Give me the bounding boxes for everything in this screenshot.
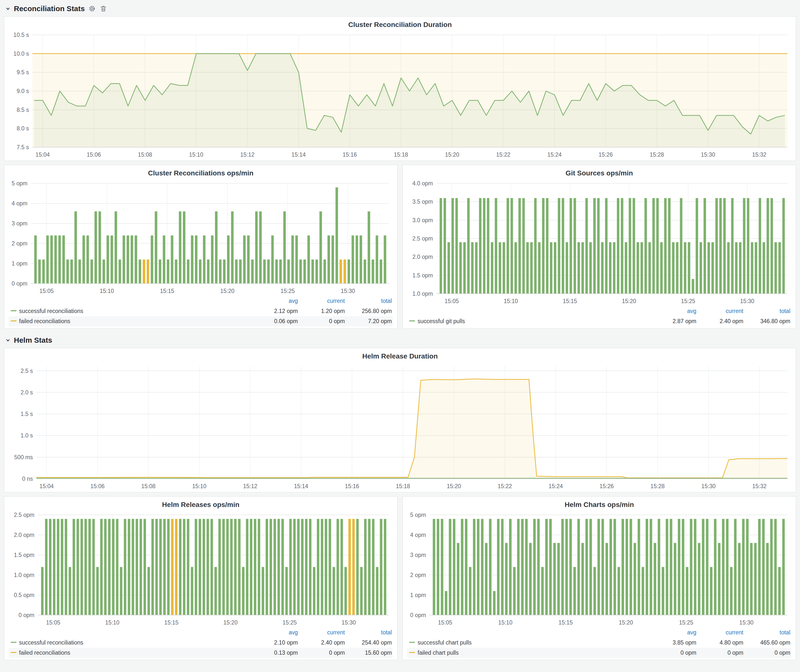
legend-row-successful-chart-pulls: successful chart pulls 3.85 opm 4.80 opm… [407, 638, 791, 648]
svg-text:0 opm: 0 opm [12, 280, 27, 287]
legend-row-failed-reconciliations: failed reconciliations 0.06 opm 0 opm 7.… [9, 316, 393, 326]
svg-text:1.0 opm: 1.0 opm [14, 572, 34, 578]
legend-sort-total[interactable]: total [346, 627, 393, 638]
chart-area: 0 opm0.5 opm1.0 opm1.5 opm2.0 opm2.5 opm… [9, 511, 393, 626]
gear-icon [88, 5, 96, 12]
legend-sort-avg[interactable]: avg [252, 627, 299, 638]
svg-text:9.0 s: 9.0 s [17, 88, 29, 94]
legend-series-name: successful reconciliations [19, 639, 83, 646]
svg-text:9.5 s: 9.5 s [17, 69, 29, 75]
legend-series-name: failed reconciliations [19, 318, 70, 324]
chevron-down-icon [5, 6, 11, 12]
cluster-reconciliation-duration-chart[interactable]: 7.5 s8.0 s8.5 s9.0 s9.5 s10.0 s10.5 s15:… [9, 31, 791, 158]
section-delete-button[interactable] [99, 5, 107, 13]
svg-text:2 opm: 2 opm [12, 240, 27, 247]
svg-text:4 opm: 4 opm [410, 532, 426, 538]
svg-text:15:20: 15:20 [622, 298, 636, 304]
svg-text:15:30: 15:30 [739, 619, 754, 626]
legend-series-toggle[interactable]: successful reconciliations [9, 638, 252, 648]
panel-title-cluster-reconciliation-duration[interactable]: Cluster Reconciliation Duration [9, 19, 791, 31]
legend-sort-avg[interactable]: avg [252, 296, 299, 306]
svg-text:15:14: 15:14 [294, 483, 309, 490]
svg-text:15:30: 15:30 [342, 619, 356, 626]
svg-text:15:30: 15:30 [740, 298, 755, 304]
legend-row-failed-chart-pulls: failed chart pulls 0 opm 0 opm 0 opm [407, 648, 791, 658]
legend-series-toggle[interactable]: successful chart pulls [407, 638, 650, 648]
svg-text:1.5 s: 1.5 s [21, 411, 33, 417]
svg-text:0 opm: 0 opm [410, 612, 426, 618]
legend-total-value: 254.40 opm [346, 638, 393, 648]
legend-sort-total[interactable]: total [744, 306, 791, 316]
section-title-helm-stats: Helm Stats [14, 336, 52, 344]
legend-series-toggle[interactable]: successful git pulls [407, 316, 650, 326]
helm-releases-opm-chart[interactable]: 0 opm0.5 opm1.0 opm1.5 opm2.0 opm2.5 opm… [9, 511, 393, 626]
panel-title-helm-charts-opm[interactable]: Helm Charts ops/min [407, 499, 791, 511]
legend-series-toggle[interactable]: successful reconciliations [9, 306, 252, 316]
svg-text:15:10: 15:10 [189, 151, 203, 158]
legend-series-toggle[interactable]: failed reconciliations [9, 316, 252, 326]
panel-title-cluster-reconciliations-opm[interactable]: Cluster Reconciliations ops/min [9, 168, 393, 179]
legend-header-row: avg current total [9, 627, 393, 638]
cluster-reconciliations-opm-chart[interactable]: 0 opm1 opm2 opm3 opm4 opm5 opm15:0515:10… [9, 179, 393, 295]
svg-text:15:10: 15:10 [100, 288, 114, 294]
legend-avg-value: 0.06 opm [252, 316, 299, 326]
legend-table: avg current total successful reconciliat… [9, 296, 393, 326]
legend-current-value: 2.40 opm [698, 316, 744, 326]
helm-charts-opm-chart[interactable]: 0 opm1 opm2 opm3 opm4 opm5 opm15:0515:10… [407, 511, 791, 626]
legend-sort-total[interactable]: total [744, 627, 791, 638]
legend-total-value: 346.80 opm [744, 316, 791, 326]
panel-title-git-sources-opm[interactable]: Git Sources ops/min [407, 168, 791, 179]
legend-sort-current[interactable]: current [299, 296, 346, 306]
legend-sort-current[interactable]: current [299, 627, 346, 638]
chevron-down-icon [5, 337, 11, 343]
legend-total-value: 0 opm [744, 648, 791, 658]
helm-release-duration-chart[interactable]: 0 ns500 ms1.0 s1.5 s2.0 s2.5 s15:0415:06… [9, 362, 791, 490]
svg-text:4.0 opm: 4.0 opm [412, 180, 433, 187]
svg-text:15:16: 15:16 [345, 483, 359, 490]
svg-text:5 opm: 5 opm [410, 512, 426, 518]
legend-total-value: 465.60 opm [744, 638, 791, 648]
svg-text:15:22: 15:22 [496, 151, 510, 158]
legend-sort-current[interactable]: current [698, 306, 744, 316]
svg-text:3.5 opm: 3.5 opm [412, 198, 433, 205]
section-header-helm-stats[interactable]: Helm Stats [4, 334, 796, 347]
legend-row-successful-reconciliations: successful reconciliations 2.12 opm 1.20… [9, 306, 393, 316]
legend-sort-total[interactable]: total [346, 296, 393, 306]
svg-text:15:26: 15:26 [598, 151, 613, 158]
legend-series-name: successful chart pulls [418, 639, 472, 646]
legend-avg-value: 3.85 opm [650, 638, 698, 648]
legend-series-toggle[interactable]: failed chart pulls [407, 648, 650, 658]
series-color-swatch [409, 320, 415, 322]
series-color-swatch [11, 652, 17, 653]
svg-text:15:06: 15:06 [90, 483, 105, 490]
legend-series-toggle[interactable]: failed reconciliations [9, 648, 252, 658]
legend-avg-value: 2.12 opm [252, 306, 299, 316]
series-color-swatch [11, 310, 17, 311]
svg-text:15:05: 15:05 [445, 298, 459, 304]
legend-series-name: successful reconciliations [19, 308, 83, 314]
svg-text:15:15: 15:15 [558, 619, 573, 626]
panel-title-helm-releases-opm[interactable]: Helm Releases ops/min [9, 499, 393, 511]
series-color-swatch [11, 320, 17, 322]
legend-sort-current[interactable]: current [698, 627, 744, 638]
svg-text:15:10: 15:10 [504, 298, 518, 304]
svg-text:2.5 s: 2.5 s [21, 368, 33, 374]
git-sources-opm-chart[interactable]: 1.0 opm1.5 opm2.0 opm2.5 opm3.0 opm3.5 o… [407, 179, 791, 305]
svg-text:1 opm: 1 opm [12, 260, 27, 267]
svg-text:15:12: 15:12 [243, 483, 258, 490]
svg-text:15:30: 15:30 [701, 483, 716, 490]
section-settings-button[interactable] [88, 5, 96, 13]
svg-text:15:28: 15:28 [650, 483, 665, 490]
svg-text:10.0 s: 10.0 s [13, 50, 29, 57]
legend-current-value: 1.20 opm [299, 306, 346, 316]
legend-sort-avg[interactable]: avg [650, 627, 698, 638]
section-header-reconciliation-stats[interactable]: Reconciliation Stats [4, 2, 796, 15]
svg-text:7.5 s: 7.5 s [17, 144, 29, 150]
panel-title-helm-release-duration[interactable]: Helm Release Duration [9, 351, 791, 362]
svg-text:1.0 s: 1.0 s [21, 432, 33, 439]
svg-text:3 opm: 3 opm [410, 552, 426, 558]
chart-area: 0 opm1 opm2 opm3 opm4 opm5 opm15:0515:10… [407, 511, 791, 626]
legend-current-value: 4.80 opm [698, 638, 744, 648]
legend-sort-avg[interactable]: avg [650, 306, 698, 316]
trash-icon [100, 5, 107, 12]
